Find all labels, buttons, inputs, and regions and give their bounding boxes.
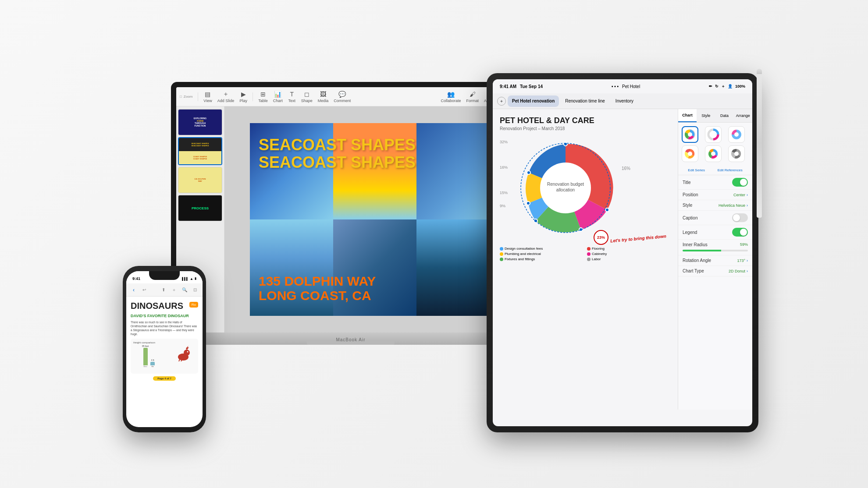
svg-point-21 — [711, 152, 715, 156]
chart-opt-6[interactable] — [728, 145, 745, 162]
title-toggle[interactable] — [732, 178, 748, 187]
chart-opt-5[interactable] — [705, 145, 722, 162]
back-button[interactable]: ‹ — [130, 286, 138, 294]
main-slide-area: SEACOAST SHAPES SEACOAST SHAPES 135 DOLP… — [224, 106, 525, 332]
slide-thumb-3[interactable]: 135 DOLPHINWAY — [178, 167, 222, 193]
edit-references-button[interactable]: Edit References — [716, 167, 744, 173]
chart-opt-3[interactable] — [728, 126, 745, 143]
svg-point-18 — [711, 132, 715, 137]
slide-thumb-4[interactable]: PROCESS — [178, 195, 222, 221]
toolbar-view[interactable]: ▤ View — [203, 90, 212, 103]
keynote-toolbar: □Zoom ▤ View ＋ Add Slide ▶ Play — [176, 87, 525, 106]
share-button[interactable]: ⬆ — [160, 286, 167, 294]
format-panel: Chart Style Data Arrange — [678, 109, 752, 410]
position-selector[interactable]: Center › — [733, 193, 748, 197]
iphone-notch — [149, 271, 180, 280]
panel-action-buttons: Edit Series Edit References — [678, 166, 752, 175]
macbook-screen: □Zoom ▤ View ＋ Add Slide ▶ Play — [176, 87, 525, 332]
iphone-body: 9:41 ▌▌▌ ▲ ▮ ‹ ↩ ⬆ ＋ 🔍 ⊡ — [123, 266, 206, 432]
rotation-selector[interactable]: 173° › — [737, 258, 748, 263]
chart-opt-2[interactable] — [705, 126, 722, 143]
signal-icon: ▌▌▌ — [182, 277, 189, 280]
toolbar-shape[interactable]: ◻ Shape — [301, 90, 313, 103]
svg-point-20 — [688, 152, 692, 156]
battery-icon: ▮ — [195, 277, 196, 280]
svg-point-13 — [527, 171, 530, 174]
refresh-icon: ↻ — [715, 84, 719, 88]
edit-series-button[interactable]: Edit Series — [686, 167, 707, 173]
panel-row-style: Style Helvetica Neue › — [678, 200, 752, 211]
ipad-status-bar: 9:41 AM Tue Sep 14 • • • Pet Hotel ✏ ↻ ＋… — [493, 79, 752, 93]
legend-fixtures: Fixtures and fittings — [500, 257, 583, 261]
panel-row-chart-type: Chart Type 2D Donut › — [678, 266, 752, 276]
chart-legend: Design consultation fees Flooring Plumbi… — [500, 247, 671, 261]
slide-thumb-2[interactable]: SEACOAST SHAPESSEACOAST SHAPES COAST SHA… — [178, 137, 222, 165]
panel-tab-chart[interactable]: Chart — [678, 109, 697, 122]
ipad-screen: 9:41 AM Tue Sep 14 • • • Pet Hotel ✏ ↻ ＋… — [493, 79, 752, 426]
toolbar-add-slide[interactable]: ＋ Add Slide — [217, 90, 235, 103]
tab-inventory[interactable]: Inventory — [611, 95, 638, 107]
svg-point-22 — [734, 152, 739, 156]
macbook-label: MacBook Air — [336, 337, 365, 342]
chart-opt-1[interactable] — [682, 126, 698, 143]
legend-flooring: Flooring — [587, 247, 671, 251]
ipad-dots: • • • — [612, 84, 619, 89]
chart-opt-4[interactable] — [682, 145, 698, 162]
person-icon: 👤 — [728, 84, 733, 88]
toolbar-table[interactable]: ⊞ Table — [258, 90, 268, 103]
toolbar-text[interactable]: T Text — [288, 90, 296, 103]
chart-subtitle: Renovation Project – March 2018 — [500, 126, 671, 131]
undo-button[interactable]: ↩ — [140, 286, 148, 294]
svg-point-9 — [605, 208, 609, 212]
toolbar-chart[interactable]: 📊 Chart — [273, 90, 283, 103]
chart-type-grid — [678, 123, 752, 166]
page-title: DINOSAURS — [131, 301, 183, 311]
inner-radius-slider[interactable] — [683, 250, 748, 251]
toolbar-play[interactable]: ▶ Play — [239, 90, 247, 103]
panel-row-title: Title — [678, 175, 752, 190]
apple-pencil — [757, 69, 762, 218]
macbook-base-body: MacBook Air — [171, 332, 530, 345]
panel-tab-arrange[interactable]: Arrange — [734, 109, 752, 122]
tab-pet-hotel[interactable]: Pet Hotel renovation — [508, 95, 559, 107]
keynote-content: EXPLORINGFORMTHROUGHFUNCTION SEACOAST SH… — [176, 106, 525, 332]
add-sheet-button[interactable]: ＋ — [497, 97, 506, 106]
add-button[interactable]: ＋ — [170, 286, 178, 294]
search-button[interactable]: 🔍 — [181, 286, 189, 294]
svg-point-1 — [184, 350, 190, 356]
panel-row-position: Position Center › — [678, 190, 752, 200]
body-text: There was so much to see in the Halls of… — [131, 320, 198, 336]
svg-text:Renovation budget: Renovation budget — [547, 182, 584, 187]
svg-point-12 — [526, 202, 530, 205]
slide-thumb-1[interactable]: EXPLORINGFORMTHROUGHFUNCTION — [178, 109, 222, 135]
y-label-16: 16% — [500, 165, 513, 170]
dino-image — [174, 344, 193, 363]
macbook-screen-outer: □Zoom ▤ View ＋ Add Slide ▶ Play — [171, 82, 530, 332]
legend-toggle[interactable] — [732, 228, 748, 237]
chart-title: PET HOTEL & DAY CARE — [500, 116, 671, 125]
zoom-level: Zoom — [184, 95, 192, 99]
ipad-time: 9:41 AM — [500, 84, 516, 89]
toolbar-comment[interactable]: 💬 Comment — [334, 90, 351, 103]
panel-tab-style[interactable]: Style — [697, 109, 715, 122]
toolbar-media[interactable]: 🖼 Media — [318, 90, 329, 103]
height-chart: Height comparison 85 feet Dino 4 ft — [131, 339, 198, 374]
toolbar-collaborate[interactable]: 👥 Collaborate — [441, 90, 461, 103]
style-selector[interactable]: Helvetica Neue › — [719, 203, 748, 208]
annotation-text: Let's try to bring this down — [610, 233, 667, 244]
y-label-16-right: 16% — [622, 166, 630, 171]
macbook: □Zoom ▤ View ＋ Add Slide ▶ Play — [171, 82, 530, 345]
iphone-content: DINOSAURS Ro DAVID'S FAVORITE DINOSAUR T… — [126, 297, 203, 427]
ipad-date: Tue Sep 14 — [520, 84, 543, 89]
scene: □Zoom ▤ View ＋ Add Slide ▶ Play — [127, 47, 741, 441]
tab-renovation[interactable]: Renovation time line — [561, 95, 609, 107]
panel-row-rotation: Rotation Angle 173° › — [678, 255, 752, 266]
legend-labor: Labor — [587, 257, 671, 261]
panel-row-inner-radius: Inner Radius 59% — [678, 240, 752, 255]
toolbar-format[interactable]: 🖌 Format — [466, 90, 479, 103]
caption-toggle[interactable] — [732, 213, 748, 222]
svg-point-19 — [734, 132, 739, 137]
chart-type-selector[interactable]: 2D Donut › — [729, 269, 748, 273]
panel-tab-data[interactable]: Data — [715, 109, 734, 122]
more-button[interactable]: ⊡ — [191, 286, 199, 294]
